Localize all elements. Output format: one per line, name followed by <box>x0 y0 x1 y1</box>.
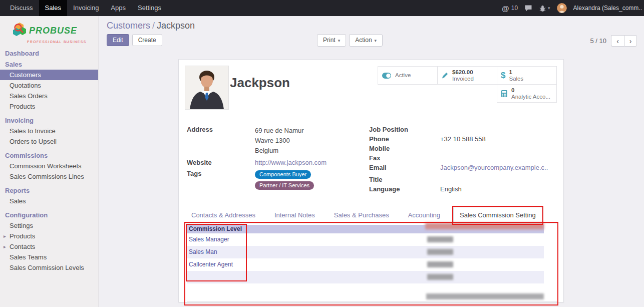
user-menu[interactable]: Alexandra (Sales_comm.. <box>573 5 642 12</box>
sidebar-item-reports-sales[interactable]: Sales <box>0 196 98 206</box>
record-buttons: Edit Create <box>107 34 162 46</box>
sidebar-item-sales-to-invoice[interactable]: Sales to Invoice <box>0 126 98 136</box>
mention-icon: @ <box>502 4 509 13</box>
sidebar-item-reports[interactable]: Reports <box>0 185 98 196</box>
sidebar-item-config-contacts[interactable]: Contacts <box>0 241 98 252</box>
sidebar-item-customers[interactable]: Customers <box>0 70 98 80</box>
field-group-left: Address 69 rue de Namur Wavre 1300 Belgi… <box>187 126 361 193</box>
title-label: Title <box>369 176 440 184</box>
analytic-count-label: Analytic Acco... <box>511 94 550 100</box>
email-link[interactable]: Jackpson@yourcompany.example.c.. <box>440 164 548 172</box>
chevron-down-icon: ▾ <box>548 6 550 11</box>
sidebar-item-sales-commission-levels[interactable]: Sales Commission Levels <box>0 262 98 273</box>
tag-partner-it-services: Partner / IT Services <box>255 181 314 190</box>
analytic-accounts-stat-button[interactable]: 0 Analytic Acco... <box>497 84 557 103</box>
customer-form-sheet: Jackpson Active $620.00 Invoiced <box>178 59 564 302</box>
calculator-icon <box>501 90 508 98</box>
sidebar-item-sales[interactable]: Sales <box>0 59 98 70</box>
sidebar-item-sales-orders[interactable]: Sales Orders <box>0 91 98 101</box>
table-row-empty[interactable] <box>187 283 544 292</box>
commission-level-table: Commission Level Sales Manager Sales Man… <box>187 225 544 300</box>
commission-level-column-header[interactable]: Commission Level <box>187 225 242 232</box>
tab-accounting[interactable]: Accounting <box>402 207 446 223</box>
invoiced-label: Invoiced <box>452 76 474 82</box>
language-field: Language English <box>369 185 557 193</box>
mention-count: 10 <box>511 5 518 12</box>
menu-discuss[interactable]: Discuss <box>4 0 39 16</box>
action-buttons: Print Action <box>317 34 383 47</box>
tab-contacts-addresses[interactable]: Contacts & Addresses <box>185 207 261 223</box>
active-toggle-icon <box>382 72 392 79</box>
sidebar-item-config-settings[interactable]: Settings <box>0 220 98 231</box>
sidebar-item-config-products[interactable]: Products <box>0 231 98 241</box>
job-position-field: Job Position <box>369 126 557 134</box>
edit-button[interactable]: Edit <box>107 34 129 46</box>
sidebar-item-invoicing[interactable]: Invoicing <box>0 115 98 126</box>
sales-count-value: 1 <box>509 69 523 76</box>
redacted-value <box>427 274 453 280</box>
menu-settings[interactable]: Settings <box>132 0 167 16</box>
sidebar-item-dashboard[interactable]: Dashboard <box>0 48 98 59</box>
pencil-icon <box>441 72 449 79</box>
email-field: Email Jackpson@yourcompany.example.c.. <box>369 164 557 172</box>
website-link[interactable]: http://www.jackpson.com <box>255 159 327 166</box>
empty-row-separator <box>187 301 558 301</box>
main-content: Customers/Jackpson Edit Create Print Act… <box>99 16 644 307</box>
row-label: Sales Manager <box>189 236 229 243</box>
tab-sales-purchases[interactable]: Sales & Purchases <box>328 207 395 223</box>
sidebar-item-configuration[interactable]: Configuration <box>0 209 98 220</box>
sidebar-item-orders-to-upsell[interactable]: Orders to Upsell <box>0 136 98 147</box>
tags-list: Components Buyer Partner / IT Services <box>255 170 314 190</box>
user-avatar[interactable] <box>557 3 567 13</box>
invoiced-stat-button[interactable]: $620.00 Invoiced <box>437 66 497 85</box>
print-dropdown[interactable]: Print <box>317 34 346 47</box>
pager-next-button[interactable]: › <box>624 35 637 47</box>
active-stat-button[interactable]: Active <box>378 66 438 85</box>
stat-buttons: Active $620.00 Invoiced $ 1 Sales <box>378 66 557 102</box>
analytic-count-value: 0 <box>511 87 550 94</box>
create-button[interactable]: Create <box>132 34 162 46</box>
menu-sales[interactable]: Sales <box>39 0 68 16</box>
redacted-header-value <box>425 223 544 229</box>
sidebar-item-commissions[interactable]: Commissions <box>0 150 98 161</box>
breadcrumb: Customers/Jackpson <box>107 21 195 31</box>
tab-sales-commission-setting-label: Sales Commission Setting <box>460 211 536 219</box>
field-group-right: Job Position Phone +32 10 588 558 Mobile… <box>369 126 557 195</box>
customer-photo <box>185 66 229 110</box>
website-field: Website http://www.jackpson.com <box>187 159 361 166</box>
breadcrumb-customers[interactable]: Customers <box>107 21 150 31</box>
tab-sales-commission-setting[interactable]: Sales Commission Setting <box>453 207 542 223</box>
action-dropdown[interactable]: Action <box>349 34 383 47</box>
table-row-callcenter-agent[interactable]: Callcenter Agent <box>187 258 544 271</box>
phone-label: Phone <box>369 135 440 143</box>
menu-invoicing[interactable]: Invoicing <box>67 0 105 16</box>
debug-icon[interactable]: ▾ <box>539 5 550 12</box>
sidebar-item-products[interactable]: Products <box>0 101 98 112</box>
empty-row-separator <box>187 305 558 305</box>
page-title: Jackpson <box>230 75 290 91</box>
breadcrumb-current: Jackpson <box>157 21 195 31</box>
sales-stat-button[interactable]: $ 1 Sales <box>497 66 557 85</box>
row-label: Callcenter Agent <box>189 261 233 268</box>
address-line-2: Wavre 1300 <box>255 136 304 146</box>
pager-previous-button[interactable]: ‹ <box>611 35 624 47</box>
title-field: Title <box>369 176 557 184</box>
address-value: 69 rue de Namur Wavre 1300 Belgium <box>255 126 304 156</box>
sidebar-item-commission-worksheets[interactable]: Commission Worksheets <box>0 161 98 171</box>
sidebar-section-invoicing: Invoicing Sales to Invoice Orders to Ups… <box>0 115 98 147</box>
logo-icon <box>12 22 27 39</box>
address-line-3: Belgium <box>255 146 304 156</box>
active-label: Active <box>395 72 411 79</box>
mentions-counter[interactable]: @ 10 <box>502 4 518 13</box>
table-row-empty[interactable] <box>187 271 544 283</box>
redacted-value <box>427 249 453 255</box>
table-row-sales-manager[interactable]: Sales Manager <box>187 233 544 246</box>
menu-apps[interactable]: Apps <box>105 0 132 16</box>
sidebar-item-quotations[interactable]: Quotations <box>0 80 98 91</box>
tab-internal-notes[interactable]: Internal Notes <box>268 207 321 223</box>
messages-icon[interactable] <box>524 5 532 12</box>
redacted-value <box>427 261 453 267</box>
table-row-sales-man[interactable]: Sales Man <box>187 246 544 258</box>
sidebar-item-sales-commissions-lines[interactable]: Sales Commissions Lines <box>0 171 98 182</box>
sidebar-item-sales-teams[interactable]: Sales Teams <box>0 252 98 262</box>
